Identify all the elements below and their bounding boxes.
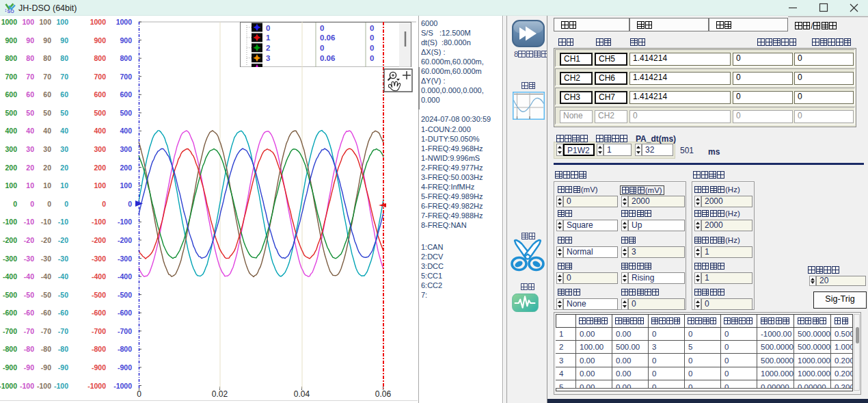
svg-text:-50: -50	[24, 291, 34, 299]
svg-text:400: 400	[5, 127, 17, 135]
svg-text:90: 90	[26, 36, 34, 44]
svg-text:0: 0	[13, 200, 17, 208]
svg-text:0: 0	[266, 24, 270, 32]
svg-text:80: 80	[60, 54, 68, 62]
svg-text:600: 600	[94, 90, 106, 99]
svg-text:50: 50	[60, 109, 68, 117]
svg-text:10: 10	[43, 181, 51, 190]
svg-text:400: 400	[94, 127, 106, 135]
svg-text:-70: -70	[41, 327, 51, 335]
svg-text:-20: -20	[58, 236, 68, 244]
svg-text:-500: -500	[3, 291, 17, 299]
svg-text:300: 300	[94, 145, 106, 153]
svg-text:-100: -100	[20, 382, 34, 390]
svg-text:500: 500	[94, 109, 106, 117]
svg-text:10: 10	[26, 181, 34, 190]
svg-text:20: 20	[60, 164, 68, 172]
svg-text:-1000: -1000	[0, 382, 17, 390]
svg-text:60: 60	[60, 90, 68, 99]
svg-text:40: 40	[26, 127, 34, 135]
svg-text:-900: -900	[3, 363, 17, 372]
svg-text:0: 0	[370, 54, 374, 62]
svg-text:60: 60	[43, 90, 51, 99]
svg-text:-600: -600	[118, 309, 132, 317]
svg-text:-60: -60	[24, 309, 34, 317]
svg-text:-100: -100	[54, 382, 68, 390]
svg-text:900: 900	[5, 36, 17, 44]
svg-text:-300: -300	[118, 255, 132, 263]
svg-text:-100: -100	[118, 218, 132, 226]
svg-text:-80: -80	[24, 345, 34, 353]
svg-text:600: 600	[120, 90, 132, 99]
svg-text:700: 700	[5, 73, 17, 81]
svg-text:700: 700	[120, 73, 132, 81]
svg-text:-400: -400	[3, 272, 17, 281]
svg-text:800: 800	[94, 54, 106, 62]
svg-text:60: 60	[26, 90, 34, 99]
svg-text:-200: -200	[118, 236, 132, 244]
svg-text:-900: -900	[92, 363, 106, 372]
svg-text:-80: -80	[41, 345, 51, 353]
svg-text:-500: -500	[92, 291, 106, 299]
svg-text:30: 30	[43, 145, 51, 153]
svg-text:0.06: 0.06	[320, 54, 335, 62]
svg-text:200: 200	[5, 164, 17, 172]
svg-text:1000: 1000	[116, 18, 133, 26]
svg-text:50: 50	[26, 109, 34, 117]
svg-text:100: 100	[22, 18, 34, 26]
svg-text:40: 40	[60, 127, 68, 135]
svg-text:-800: -800	[3, 345, 17, 353]
svg-text:30: 30	[60, 145, 68, 153]
svg-text:-40: -40	[41, 272, 51, 281]
svg-text:-600: -600	[92, 309, 106, 317]
svg-text:0: 0	[30, 200, 34, 208]
svg-text:-50: -50	[41, 291, 51, 299]
svg-text:-100: -100	[92, 218, 106, 226]
svg-text:50: 50	[43, 109, 51, 117]
svg-text:10: 10	[60, 181, 68, 190]
svg-text:200: 200	[94, 164, 106, 172]
svg-text:300: 300	[5, 145, 17, 153]
svg-text:-50: -50	[58, 291, 68, 299]
svg-text:100: 100	[94, 181, 106, 190]
svg-text:70: 70	[26, 73, 34, 81]
svg-text:-10: -10	[58, 218, 68, 226]
svg-text:300: 300	[120, 145, 132, 153]
svg-text:0: 0	[370, 34, 374, 42]
svg-text:-100: -100	[3, 218, 17, 226]
svg-text:900: 900	[120, 36, 132, 44]
svg-text:-900: -900	[118, 363, 132, 372]
svg-text:1000: 1000	[90, 18, 107, 26]
svg-text:-1000: -1000	[113, 382, 132, 390]
svg-text:-20: -20	[41, 236, 51, 244]
svg-text:20: 20	[43, 164, 51, 172]
svg-text:-700: -700	[118, 327, 132, 335]
svg-text:-10: -10	[24, 218, 34, 226]
svg-text:-60: -60	[58, 309, 68, 317]
svg-text:0: 0	[102, 200, 106, 208]
svg-text:-30: -30	[58, 255, 68, 263]
svg-text:-30: -30	[24, 255, 34, 263]
svg-text:0: 0	[137, 389, 141, 399]
svg-text:-700: -700	[3, 327, 17, 335]
svg-text:-700: -700	[92, 327, 106, 335]
svg-text:700: 700	[94, 73, 106, 81]
svg-text:-300: -300	[3, 255, 17, 263]
svg-text:-20: -20	[24, 236, 34, 244]
svg-text:400: 400	[120, 127, 132, 135]
svg-text:-90: -90	[58, 363, 68, 372]
svg-text:80: 80	[43, 54, 51, 62]
svg-text:-70: -70	[24, 327, 34, 335]
svg-text:-600: -600	[3, 309, 17, 317]
svg-text:3: 3	[266, 54, 270, 62]
svg-text:0: 0	[370, 44, 374, 52]
svg-text:-800: -800	[118, 345, 132, 353]
svg-text:0.04: 0.04	[294, 389, 310, 399]
svg-text:0.06: 0.06	[320, 34, 335, 42]
svg-text:500: 500	[120, 109, 132, 117]
svg-text:800: 800	[120, 54, 132, 62]
svg-text:0.06: 0.06	[375, 389, 392, 399]
svg-text:SO: SO	[8, 9, 15, 14]
svg-text:20: 20	[26, 164, 34, 172]
svg-text:0: 0	[47, 200, 51, 208]
